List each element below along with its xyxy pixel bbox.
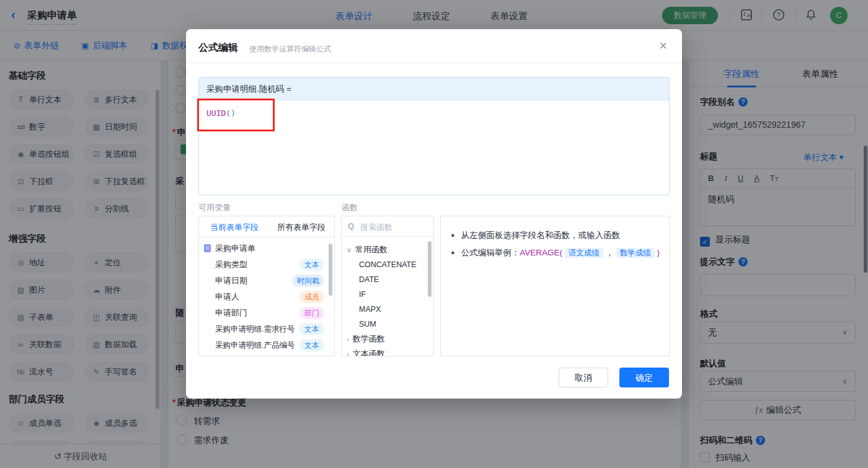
type-badge: 文本 — [299, 339, 324, 351]
tab-current-form-fields[interactable]: 当前表单字段 — [210, 222, 259, 233]
variable-item[interactable]: 采购类型文本 — [215, 257, 334, 272]
function-item[interactable]: IF — [359, 287, 366, 302]
type-badge: 部门 — [299, 307, 324, 319]
example-field-chip: 数学成绩 — [616, 248, 655, 258]
dialog-subtitle: 使用数学运算符编辑公式 — [249, 44, 331, 55]
variables-tabs: 当前表单字段 所有表单字段 — [199, 216, 334, 237]
functions-scrollbar[interactable] — [428, 241, 432, 297]
search-placeholder: 搜索函数 — [360, 222, 392, 233]
variable-item[interactable]: 申请人成员 — [215, 289, 334, 304]
confirm-button[interactable]: 确定 — [619, 368, 669, 387]
variable-item[interactable]: 申请部门部门 — [215, 306, 334, 320]
variables-label: 可用变量 — [198, 202, 231, 213]
functions-label: 函数 — [342, 202, 358, 213]
variables-panel: 当前表单字段 所有表单字段 采购申请单 采购类型文本 申请日期时间戳 申请人成员… — [198, 216, 335, 356]
chevron-down-icon: ∨ — [347, 246, 352, 254]
divider — [186, 63, 682, 63]
type-badge: 时间戳 — [292, 275, 324, 287]
chevron-right-icon: › — [347, 350, 349, 356]
cancel-button[interactable]: 取消 — [559, 368, 608, 387]
function-item[interactable]: DATE — [359, 272, 379, 287]
tab-all-form-fields[interactable]: 所有表单字段 — [277, 222, 326, 233]
close-icon[interactable]: × — [659, 38, 667, 54]
function-item[interactable]: CONCATENATE — [359, 257, 417, 272]
variable-tree-root[interactable]: 采购申请单 — [204, 241, 255, 256]
search-icon: Q — [348, 221, 354, 231]
function-search[interactable]: Q 搜索函数 — [342, 216, 433, 237]
example-field-chip: 语文成绩 — [565, 248, 603, 258]
function-group-math[interactable]: ›数学函数 — [347, 332, 385, 347]
variable-item[interactable]: 采购申请明细.产品编号文本 — [215, 338, 334, 353]
help-line-2: ●公式编辑举例：AVERAGE( 语文成绩 ， 数学成绩 ) — [451, 247, 660, 258]
dialog-title: 公式编辑 — [198, 42, 238, 55]
bullet-icon: ● — [451, 231, 455, 239]
formula-target: 采购申请明细.随机码 = — [199, 77, 669, 100]
type-badge: 成员 — [299, 291, 324, 303]
chevron-right-icon: › — [347, 335, 349, 343]
help-line-1: ●从左侧面板选择字段名和函数，或输入函数 — [451, 230, 620, 241]
function-item[interactable]: SUM — [359, 317, 376, 332]
formula-editor[interactable]: 采购申请明细.随机码 = UUID() — [198, 77, 670, 195]
formula-help-panel: ●从左侧面板选择字段名和函数，或输入函数 ●公式编辑举例：AVERAGE( 语文… — [440, 216, 670, 356]
function-group-text[interactable]: ›文本函数 — [347, 347, 385, 356]
functions-panel: Q 搜索函数 ∨常用函数 CONCATENATE DATE IF MAPX SU… — [341, 216, 434, 356]
variable-item[interactable]: 申请日期时间戳 — [215, 273, 334, 288]
bullet-icon: ● — [451, 249, 455, 256]
variable-item[interactable]: 采购申请明细.需求行号文本 — [215, 322, 334, 337]
function-group-common[interactable]: ∨常用函数 — [347, 242, 388, 257]
formula-edit-dialog: 公式编辑 使用数学运算符编辑公式 × 采购申请明细.随机码 = UUID() 可… — [186, 29, 682, 399]
type-badge: 文本 — [299, 323, 324, 335]
form-doc-icon — [204, 244, 211, 252]
variables-scrollbar[interactable] — [329, 244, 332, 296]
annotation-highlight-box — [197, 99, 275, 131]
function-item[interactable]: MAPX — [359, 302, 381, 317]
type-badge: 文本 — [299, 258, 324, 271]
